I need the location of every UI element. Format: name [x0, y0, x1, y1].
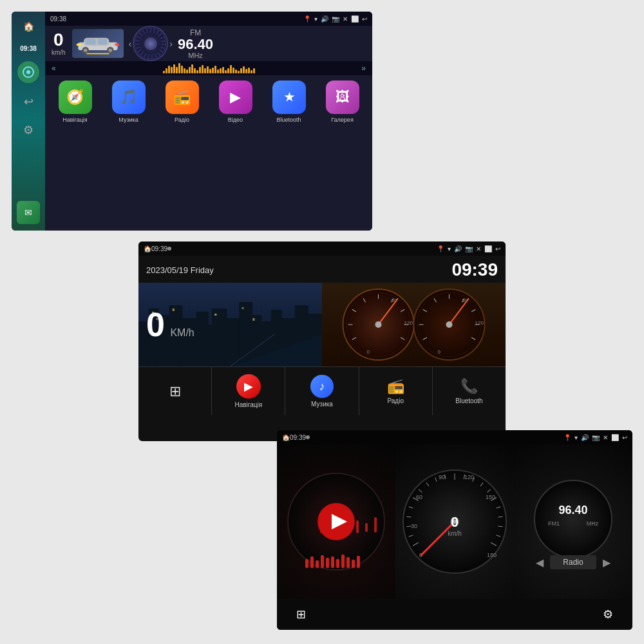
back-nav-icon[interactable]: ↩: [362, 15, 367, 23]
screen2-speed-value: 0: [146, 306, 165, 343]
radio-prev[interactable]: ‹: [129, 39, 132, 49]
svg-rect-90: [357, 556, 360, 568]
screen2-status-time: 09:39: [151, 245, 167, 252]
equalizer-bar: «: [45, 61, 372, 75]
rewind-icon[interactable]: «: [52, 64, 56, 73]
svg-text:120: 120: [475, 320, 484, 326]
svg-rect-39: [252, 318, 254, 321]
svg-rect-4: [85, 39, 95, 45]
settings-icon[interactable]: ⚙: [19, 120, 38, 140]
s2-back-icon[interactable]: ↩: [495, 245, 500, 252]
screen2-app-music[interactable]: ♪ Музика: [285, 367, 359, 415]
s3-settings-icon[interactable]: ⚙: [603, 607, 613, 621]
screen2-app-bluetooth[interactable]: 📞 Bluetooth: [433, 367, 506, 415]
svg-point-68: [446, 321, 453, 328]
screen3-bottom-bar: ⊞ ⚙: [277, 599, 632, 630]
s3-radio-prev[interactable]: ◀: [536, 556, 544, 569]
svg-rect-87: [341, 554, 345, 568]
sidebar-logo[interactable]: [17, 61, 39, 83]
screen3-gauges-content: 0 30 60 90 120 150 180 0 km/h: [277, 444, 632, 599]
s3-window-icon: ⬜: [611, 434, 619, 441]
s2-close-icon: ✕: [476, 245, 481, 252]
app-music[interactable]: 🎵 Музика: [112, 80, 146, 123]
s2-nav-label: Навігація: [234, 401, 262, 408]
camera-icon: 📷: [332, 15, 339, 23]
svg-rect-78: [365, 523, 368, 532]
radio-frequency: 96.40: [178, 37, 213, 52]
music-icon: 🎵: [112, 80, 146, 114]
svg-rect-11: [115, 44, 119, 46]
speed-unit: km/h: [52, 49, 66, 56]
svg-rect-80: [305, 559, 308, 568]
fastforward-icon[interactable]: »: [361, 64, 366, 73]
s3-radio-next[interactable]: ▶: [603, 556, 611, 569]
mhz-label: MHz: [178, 52, 213, 59]
radio-icon: 📻: [166, 80, 199, 114]
svg-rect-10: [76, 44, 80, 46]
wifi-icon: ▾: [314, 15, 317, 23]
city-view: 0 KM/h: [138, 283, 322, 366]
svg-text:60: 60: [416, 494, 422, 500]
svg-rect-38: [242, 307, 243, 309]
back-icon[interactable]: ↩: [19, 92, 38, 111]
fm-gauge: 96.40 FM1 MHz ◀ Radio ▶: [514, 444, 632, 599]
s3-close-icon: ✕: [603, 434, 608, 441]
s2-phone-icon: 📞: [460, 378, 478, 395]
screen3: 🏠 09:39 📍 ▾ 🔊 📷 ✕ ⬜ ↩: [277, 430, 632, 630]
window-icon: ⬜: [351, 15, 359, 23]
svg-text:km/h: km/h: [448, 530, 462, 537]
navigation-icon: 🧭: [59, 80, 92, 114]
screen2-appbar: ⊞ ▶ Навігація ♪ Музика 📻 Радіо 📞 Bluetoo…: [138, 366, 506, 415]
app-gallery-label: Галерея: [331, 117, 354, 123]
svg-text:60: 60: [462, 298, 468, 303]
radio-next[interactable]: ›: [169, 39, 173, 49]
radio-disc: [133, 26, 168, 61]
svg-rect-82: [316, 560, 319, 568]
svg-point-14: [137, 30, 164, 57]
home-icon[interactable]: 🏠: [19, 17, 38, 36]
app-radio-label: Радіо: [175, 117, 189, 123]
message-icon[interactable]: ✉: [17, 201, 40, 224]
app-navigation[interactable]: 🧭 Навігація: [59, 80, 92, 123]
screen2-apps-grid[interactable]: ⊞: [138, 367, 212, 415]
svg-text:0: 0: [367, 349, 370, 355]
svg-rect-5: [98, 39, 107, 45]
s3-camera-icon: 📷: [592, 434, 600, 441]
app-video[interactable]: ▶ Відео: [219, 80, 252, 123]
svg-rect-81: [310, 556, 314, 568]
speed-gauge: 0 30 60 90 120 150 180 0 km/h: [395, 444, 514, 599]
nav-play-icon: ▶: [236, 374, 261, 399]
screen2-time: 09:39: [451, 260, 498, 280]
s3-home-icon[interactable]: 🏠: [282, 434, 290, 441]
app-bt-label: Bluetooth: [276, 117, 301, 123]
app-nav-label: Навігація: [62, 117, 87, 123]
app-music-label: Музика: [118, 117, 138, 123]
radio-label[interactable]: Radio: [550, 555, 596, 569]
app-gallery[interactable]: 🖼 Галерея: [326, 80, 359, 123]
svg-text:90: 90: [439, 474, 445, 480]
svg-text:96.40: 96.40: [558, 504, 587, 516]
sidebar-time: 09:38: [20, 45, 37, 52]
svg-text:0: 0: [451, 514, 459, 530]
location-icon: 📍: [303, 15, 311, 23]
radio-display: FM 96.40 MHz: [178, 28, 213, 59]
s2-radio-label: Радіо: [387, 397, 404, 404]
s3-back-icon[interactable]: ↩: [622, 434, 627, 441]
speed-value: 0: [53, 31, 64, 49]
screen2-home-icon[interactable]: 🏠: [144, 245, 151, 252]
eq-visual: [163, 63, 255, 73]
app-radio[interactable]: 📻 Радіо: [166, 80, 199, 123]
s2-location-icon: 📍: [437, 245, 444, 252]
top-info-row: 0 km/h: [45, 26, 372, 61]
s3-volume-icon: 🔊: [581, 434, 589, 441]
s3-apps-icon[interactable]: ⊞: [296, 607, 306, 621]
s3-dot: [306, 435, 310, 439]
screen2-date: 2023/05/19 Friday: [146, 265, 214, 275]
s2-bt-label: Bluetooth: [455, 397, 482, 404]
svg-point-52: [375, 321, 382, 328]
app-bluetooth[interactable]: ★ Bluetooth: [272, 80, 306, 123]
svg-text:120: 120: [404, 320, 413, 326]
svg-text:180: 180: [487, 552, 497, 558]
screen2-app-navigation[interactable]: ▶ Навігація: [212, 367, 285, 415]
screen2-app-radio[interactable]: 📻 Радіо: [359, 367, 433, 415]
